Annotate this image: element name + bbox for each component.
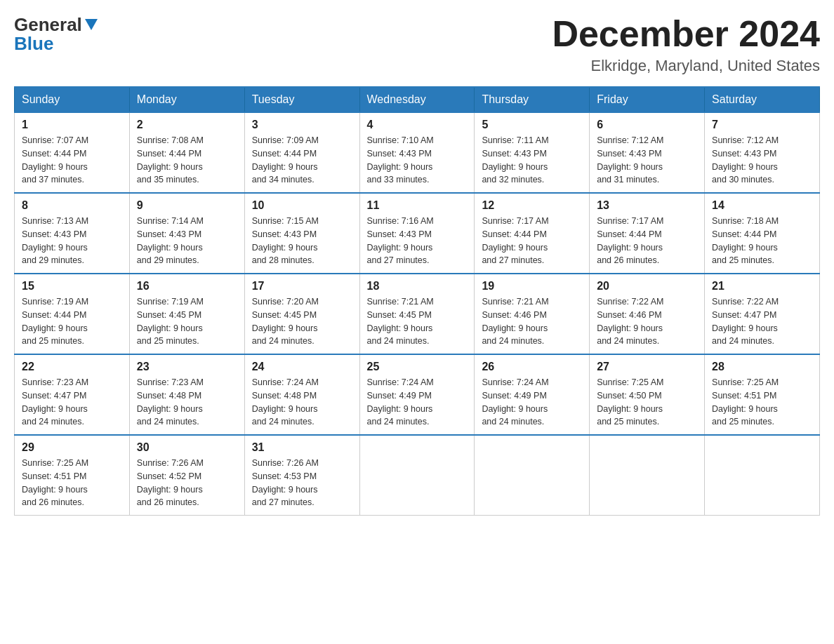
day-number: 21 (712, 280, 812, 293)
day-info: Sunrise: 7:24 AM Sunset: 4:48 PM Dayligh… (252, 376, 352, 429)
day-number: 8 (22, 199, 122, 212)
day-number: 3 (252, 119, 352, 131)
day-info: Sunrise: 7:07 AM Sunset: 4:44 PM Dayligh… (22, 134, 122, 187)
day-info: Sunrise: 7:21 AM Sunset: 4:46 PM Dayligh… (482, 295, 582, 348)
calendar-day-cell: 10 Sunrise: 7:15 AM Sunset: 4:43 PM Dayl… (244, 193, 359, 274)
day-info: Sunrise: 7:12 AM Sunset: 4:43 PM Dayligh… (597, 134, 697, 187)
day-number: 14 (712, 199, 812, 212)
day-number: 25 (367, 361, 468, 373)
day-info: Sunrise: 7:25 AM Sunset: 4:50 PM Dayligh… (597, 376, 697, 429)
calendar-week-row: 1 Sunrise: 7:07 AM Sunset: 4:44 PM Dayli… (15, 112, 820, 193)
logo-arrow-icon (84, 18, 99, 33)
day-number: 11 (367, 199, 468, 212)
day-info: Sunrise: 7:16 AM Sunset: 4:43 PM Dayligh… (367, 215, 468, 267)
day-info: Sunrise: 7:20 AM Sunset: 4:45 PM Dayligh… (252, 295, 352, 348)
day-info: Sunrise: 7:11 AM Sunset: 4:43 PM Dayligh… (482, 134, 582, 187)
logo-blue: Blue (14, 33, 53, 55)
day-number: 1 (22, 119, 122, 131)
calendar-day-cell: 7 Sunrise: 7:12 AM Sunset: 4:43 PM Dayli… (705, 112, 820, 193)
col-sunday: Sunday (15, 87, 130, 112)
calendar-day-cell: 13 Sunrise: 7:17 AM Sunset: 4:44 PM Dayl… (590, 193, 705, 274)
calendar-table: Sunday Monday Tuesday Wednesday Thursday… (14, 86, 820, 516)
day-number: 12 (482, 199, 582, 212)
page-header: General Blue December 2024 Elkridge, Mar… (14, 14, 820, 75)
calendar-header-row: Sunday Monday Tuesday Wednesday Thursday… (15, 87, 820, 112)
title-block: December 2024 Elkridge, Maryland, United… (552, 14, 820, 75)
col-saturday: Saturday (705, 87, 820, 112)
calendar-day-cell: 3 Sunrise: 7:09 AM Sunset: 4:44 PM Dayli… (244, 112, 359, 193)
day-info: Sunrise: 7:26 AM Sunset: 4:53 PM Dayligh… (252, 457, 352, 509)
day-number: 16 (137, 280, 237, 293)
day-number: 28 (712, 361, 812, 373)
day-info: Sunrise: 7:17 AM Sunset: 4:44 PM Dayligh… (597, 215, 697, 267)
calendar-day-cell: 20 Sunrise: 7:22 AM Sunset: 4:46 PM Dayl… (590, 274, 705, 354)
col-tuesday: Tuesday (244, 87, 359, 112)
day-number: 27 (597, 361, 697, 373)
day-number: 2 (137, 119, 237, 131)
day-number: 6 (597, 119, 697, 131)
day-number: 18 (367, 280, 468, 293)
day-number: 30 (137, 441, 237, 454)
day-number: 9 (137, 199, 237, 212)
day-number: 23 (137, 361, 237, 373)
col-friday: Friday (590, 87, 705, 112)
logo: General Blue (14, 14, 99, 55)
calendar-week-row: 29 Sunrise: 7:25 AM Sunset: 4:51 PM Dayl… (15, 435, 820, 516)
day-number: 20 (597, 280, 697, 293)
day-info: Sunrise: 7:14 AM Sunset: 4:43 PM Dayligh… (137, 215, 237, 267)
calendar-day-cell: 17 Sunrise: 7:20 AM Sunset: 4:45 PM Dayl… (244, 274, 359, 354)
calendar-day-cell: 2 Sunrise: 7:08 AM Sunset: 4:44 PM Dayli… (129, 112, 244, 193)
calendar-day-cell: 14 Sunrise: 7:18 AM Sunset: 4:44 PM Dayl… (705, 193, 820, 274)
day-info: Sunrise: 7:15 AM Sunset: 4:43 PM Dayligh… (252, 215, 352, 267)
calendar-week-row: 22 Sunrise: 7:23 AM Sunset: 4:47 PM Dayl… (15, 354, 820, 435)
day-info: Sunrise: 7:26 AM Sunset: 4:52 PM Dayligh… (137, 457, 237, 509)
calendar-day-cell (590, 435, 705, 516)
calendar-day-cell: 11 Sunrise: 7:16 AM Sunset: 4:43 PM Dayl… (359, 193, 475, 274)
month-title: December 2024 (552, 14, 820, 54)
calendar-day-cell: 5 Sunrise: 7:11 AM Sunset: 4:43 PM Dayli… (475, 112, 590, 193)
day-info: Sunrise: 7:23 AM Sunset: 4:48 PM Dayligh… (137, 376, 237, 429)
day-info: Sunrise: 7:25 AM Sunset: 4:51 PM Dayligh… (22, 457, 122, 509)
day-number: 24 (252, 361, 352, 373)
day-info: Sunrise: 7:25 AM Sunset: 4:51 PM Dayligh… (712, 376, 812, 429)
day-info: Sunrise: 7:19 AM Sunset: 4:44 PM Dayligh… (22, 295, 122, 348)
calendar-day-cell: 27 Sunrise: 7:25 AM Sunset: 4:50 PM Dayl… (590, 354, 705, 435)
day-number: 4 (367, 119, 468, 131)
calendar-week-row: 8 Sunrise: 7:13 AM Sunset: 4:43 PM Dayli… (15, 193, 820, 274)
calendar-day-cell: 12 Sunrise: 7:17 AM Sunset: 4:44 PM Dayl… (475, 193, 590, 274)
calendar-day-cell: 15 Sunrise: 7:19 AM Sunset: 4:44 PM Dayl… (15, 274, 130, 354)
calendar-day-cell: 29 Sunrise: 7:25 AM Sunset: 4:51 PM Dayl… (15, 435, 130, 516)
day-info: Sunrise: 7:22 AM Sunset: 4:47 PM Dayligh… (712, 295, 812, 348)
day-number: 15 (22, 280, 122, 293)
calendar-day-cell: 23 Sunrise: 7:23 AM Sunset: 4:48 PM Dayl… (129, 354, 244, 435)
calendar-day-cell (705, 435, 820, 516)
calendar-day-cell: 19 Sunrise: 7:21 AM Sunset: 4:46 PM Dayl… (475, 274, 590, 354)
calendar-day-cell: 24 Sunrise: 7:24 AM Sunset: 4:48 PM Dayl… (244, 354, 359, 435)
day-info: Sunrise: 7:24 AM Sunset: 4:49 PM Dayligh… (367, 376, 468, 429)
day-number: 10 (252, 199, 352, 212)
day-number: 29 (22, 441, 122, 454)
day-info: Sunrise: 7:23 AM Sunset: 4:47 PM Dayligh… (22, 376, 122, 429)
day-number: 22 (22, 361, 122, 373)
calendar-week-row: 15 Sunrise: 7:19 AM Sunset: 4:44 PM Dayl… (15, 274, 820, 354)
day-number: 13 (597, 199, 697, 212)
calendar-day-cell: 6 Sunrise: 7:12 AM Sunset: 4:43 PM Dayli… (590, 112, 705, 193)
calendar-day-cell: 18 Sunrise: 7:21 AM Sunset: 4:45 PM Dayl… (359, 274, 475, 354)
calendar-day-cell: 31 Sunrise: 7:26 AM Sunset: 4:53 PM Dayl… (244, 435, 359, 516)
day-info: Sunrise: 7:08 AM Sunset: 4:44 PM Dayligh… (137, 134, 237, 187)
calendar-day-cell: 9 Sunrise: 7:14 AM Sunset: 4:43 PM Dayli… (129, 193, 244, 274)
day-info: Sunrise: 7:13 AM Sunset: 4:43 PM Dayligh… (22, 215, 122, 267)
day-info: Sunrise: 7:21 AM Sunset: 4:45 PM Dayligh… (367, 295, 468, 348)
day-number: 31 (252, 441, 352, 454)
calendar-day-cell: 16 Sunrise: 7:19 AM Sunset: 4:45 PM Dayl… (129, 274, 244, 354)
day-info: Sunrise: 7:19 AM Sunset: 4:45 PM Dayligh… (137, 295, 237, 348)
calendar-day-cell (359, 435, 475, 516)
day-number: 5 (482, 119, 582, 131)
calendar-day-cell: 26 Sunrise: 7:24 AM Sunset: 4:49 PM Dayl… (475, 354, 590, 435)
day-info: Sunrise: 7:09 AM Sunset: 4:44 PM Dayligh… (252, 134, 352, 187)
col-thursday: Thursday (475, 87, 590, 112)
calendar-day-cell: 4 Sunrise: 7:10 AM Sunset: 4:43 PM Dayli… (359, 112, 475, 193)
day-number: 26 (482, 361, 582, 373)
day-number: 19 (482, 280, 582, 293)
calendar-day-cell: 30 Sunrise: 7:26 AM Sunset: 4:52 PM Dayl… (129, 435, 244, 516)
